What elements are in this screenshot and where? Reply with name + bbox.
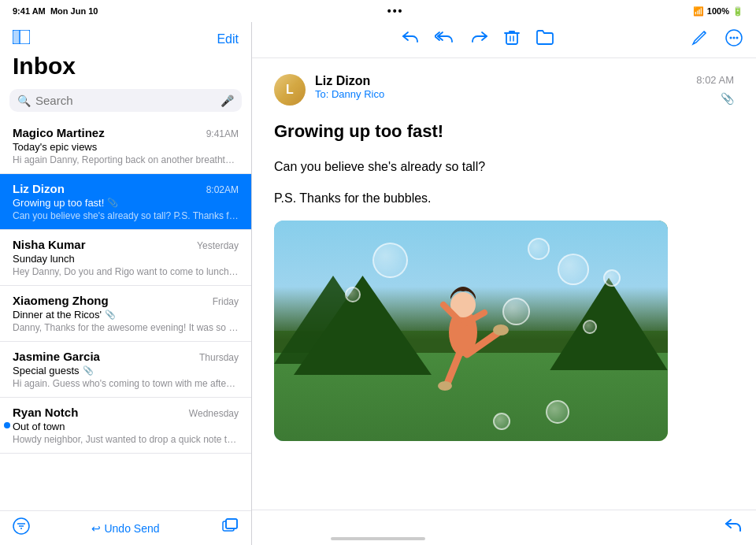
mail-subject: Sunday lunch xyxy=(13,253,239,265)
attachment-icon: 📎 xyxy=(83,365,94,376)
battery-icon: 🔋 xyxy=(732,6,743,17)
mail-list-item-liz[interactable]: Liz Dizon 8:02AM Growing up too fast!📎 C… xyxy=(0,174,251,230)
mail-preview: Danny, Thanks for the awesome evening! I… xyxy=(13,322,239,333)
mail-list-item-magico[interactable]: Magico Martinez 9:41AM Today's epic view… xyxy=(0,118,251,174)
search-icon: 🔍 xyxy=(17,95,31,107)
forward-button[interactable] xyxy=(471,29,488,50)
left-header: Edit xyxy=(0,22,251,51)
filter-icon[interactable] xyxy=(13,517,30,539)
email-subject: Growing up too fast! xyxy=(274,121,734,142)
sidebar-toggle-button[interactable] xyxy=(13,30,30,48)
mail-preview: Hi again Danny, Reporting back on anothe… xyxy=(13,154,239,165)
attachment-icon: 📎 xyxy=(107,198,118,208)
reply-button[interactable] xyxy=(723,517,743,539)
email-body-line1: Can you believe she's already so tall? xyxy=(274,158,734,176)
status-bar: 9:41 AM Mon Jun 10 ••• 📶 100% 🔋 xyxy=(0,0,756,22)
unread-dot xyxy=(4,422,10,428)
mail-time: Wednesday xyxy=(189,408,239,419)
trash-button[interactable] xyxy=(504,29,520,50)
inbox-title: Inbox xyxy=(0,51,251,86)
bubble-9 xyxy=(493,413,510,430)
reply-all-button[interactable] xyxy=(435,29,455,50)
mail-list: Magico Martinez 9:41AM Today's epic view… xyxy=(0,118,251,510)
mail-item-header: Magico Martinez 9:41AM xyxy=(13,126,239,139)
mail-subject: Growing up too fast!📎 xyxy=(13,197,239,209)
mail-preview: Hi again. Guess who's coming to town wit… xyxy=(13,378,239,389)
svg-rect-8 xyxy=(226,519,237,528)
email-recipient[interactable]: To: Danny Rico xyxy=(315,88,687,100)
bubble-4 xyxy=(502,298,530,325)
status-indicators: 📶 100% 🔋 xyxy=(693,6,743,17)
left-panel: Edit Inbox 🔍 🎤 Magico Martinez 9:41AM To… xyxy=(0,22,252,545)
compose-button[interactable] xyxy=(691,28,709,51)
email-meta: Liz Dizon To: Danny Rico xyxy=(315,74,687,100)
microphone-icon[interactable]: 🎤 xyxy=(220,95,234,107)
email-header: L Liz Dizon To: Danny Rico 8:02 AM 📎 xyxy=(274,74,734,106)
bubble-6 xyxy=(372,243,408,278)
multiwindow-icon[interactable] xyxy=(221,517,239,539)
left-footer: ↩ Undo Send xyxy=(0,510,251,545)
search-input[interactable] xyxy=(35,94,216,107)
status-time-date: 9:41 AM Mon Jun 10 xyxy=(13,6,98,16)
svg-point-15 xyxy=(733,37,736,39)
mail-item-header: Xiaomeng Zhong Friday xyxy=(13,294,239,307)
status-dots: ••• xyxy=(387,5,404,17)
attachment-icon: 📎 xyxy=(105,310,116,320)
mail-subject: Special guests📎 xyxy=(13,365,239,376)
bubble-8 xyxy=(546,400,569,424)
girl-figure xyxy=(412,261,514,419)
bubble-3 xyxy=(603,269,621,287)
wifi-icon: 📶 xyxy=(693,6,704,17)
mail-subject: Out of town xyxy=(13,421,239,432)
email-attached-image[interactable] xyxy=(274,221,668,441)
mail-item-header: Ryan Notch Wednesday xyxy=(13,406,239,419)
battery-level: 100% xyxy=(707,6,729,16)
toolbar-right xyxy=(691,28,743,51)
sender-name: Nisha Kumar xyxy=(13,238,86,251)
svg-point-24 xyxy=(493,324,509,336)
sender-name: Magico Martinez xyxy=(13,126,105,139)
folder-button[interactable] xyxy=(536,29,554,50)
svg-rect-0 xyxy=(13,30,20,44)
svg-point-23 xyxy=(438,381,452,391)
email-body-line2: P.S. Thanks for the bubbles. xyxy=(274,189,734,208)
edit-button[interactable]: Edit xyxy=(217,32,239,46)
mail-list-item-nisha[interactable]: Nisha Kumar Yesterday Sunday lunch Hey D… xyxy=(0,230,251,286)
email-sender-name: Liz Dizon xyxy=(315,74,687,88)
mail-time: Yesterday xyxy=(197,240,239,251)
sender-name: Jasmine Garcia xyxy=(13,350,100,363)
mail-list-item-xiaomeng[interactable]: Xiaomeng Zhong Friday Dinner at the Rico… xyxy=(0,286,251,342)
mail-list-item-jasmine[interactable]: Jasmine Garcia Thursday Special guests📎 … xyxy=(0,342,251,398)
svg-rect-10 xyxy=(506,33,517,44)
bubble-1 xyxy=(558,254,589,285)
mail-item-header: Nisha Kumar Yesterday xyxy=(13,238,239,251)
undo-send-button[interactable]: ↩ Undo Send xyxy=(91,522,159,535)
email-body: Growing up too fast! Can you believe she… xyxy=(274,121,734,441)
mail-time: 8:02AM xyxy=(206,184,239,195)
toolbar-center xyxy=(265,29,691,50)
mail-list-item-ryan[interactable]: Ryan Notch Wednesday Out of town Howdy n… xyxy=(0,398,251,454)
right-footer xyxy=(252,510,756,545)
right-toolbar xyxy=(252,22,756,58)
more-button[interactable] xyxy=(724,28,743,51)
mail-preview: Howdy neighbor, Just wanted to drop a qu… xyxy=(13,434,239,445)
search-bar[interactable]: 🔍 🎤 xyxy=(9,89,242,112)
sender-name: Ryan Notch xyxy=(13,406,78,419)
svg-line-21 xyxy=(447,354,459,384)
reply-back-button[interactable] xyxy=(402,29,419,50)
mail-subject: Today's epic views xyxy=(13,141,239,153)
home-indicator xyxy=(331,537,425,540)
mail-item-header: Jasmine Garcia Thursday xyxy=(13,350,239,363)
undo-send-label: Undo Send xyxy=(104,522,159,535)
sender-name: Xiaomeng Zhong xyxy=(13,294,109,307)
svg-point-16 xyxy=(736,37,739,39)
sender-name: Liz Dizon xyxy=(13,182,65,195)
mail-time: Thursday xyxy=(199,352,239,363)
mail-preview: Can you believe she's already so tall? P… xyxy=(13,210,239,221)
right-panel: L Liz Dizon To: Danny Rico 8:02 AM 📎 Gro… xyxy=(252,22,756,545)
svg-point-14 xyxy=(730,37,732,39)
undo-icon: ↩ xyxy=(91,522,101,535)
mail-time: 9:41AM xyxy=(206,128,239,139)
mail-preview: Hey Danny, Do you and Rigo want to come … xyxy=(13,266,239,277)
mail-time: Friday xyxy=(213,296,239,307)
